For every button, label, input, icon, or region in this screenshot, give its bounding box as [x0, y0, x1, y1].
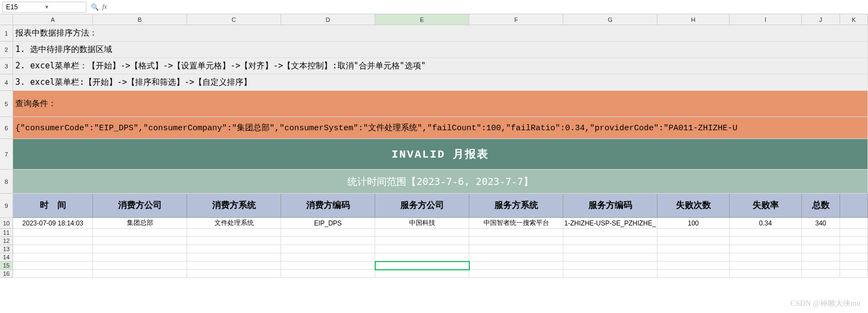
cell[interactable]: [563, 270, 657, 278]
row-header[interactable]: 11: [0, 229, 13, 237]
table-header-cell[interactable]: 时 间: [13, 194, 93, 218]
cell[interactable]: [563, 245, 657, 253]
cell[interactable]: [802, 237, 840, 245]
cell[interactable]: [13, 229, 93, 237]
cell[interactable]: [93, 262, 187, 270]
table-header-cell[interactable]: 失败次数: [657, 194, 730, 218]
column-header[interactable]: J: [802, 14, 840, 25]
cell[interactable]: [840, 253, 868, 262]
cell[interactable]: [657, 237, 730, 245]
column-header[interactable]: B: [93, 14, 187, 25]
cell[interactable]: [93, 253, 187, 262]
formula-input-area[interactable]: 🔍 fx: [91, 3, 107, 11]
row-header[interactable]: 14: [0, 253, 13, 262]
cell[interactable]: [840, 229, 868, 237]
cell[interactable]: [840, 245, 868, 253]
cell[interactable]: [469, 270, 563, 278]
cell[interactable]: [281, 229, 375, 237]
merged-cell[interactable]: INVALID 月报表: [13, 139, 868, 170]
table-data-cell[interactable]: 0.34: [730, 218, 802, 229]
cell[interactable]: [657, 245, 730, 253]
row-header[interactable]: 13: [0, 245, 13, 253]
table-data-cell[interactable]: 中国科技: [375, 218, 469, 229]
cell[interactable]: [187, 270, 281, 278]
cell[interactable]: [281, 245, 375, 253]
cell[interactable]: [469, 245, 563, 253]
cell[interactable]: [281, 253, 375, 262]
cell[interactable]: [93, 270, 187, 278]
column-header[interactable]: E: [375, 14, 469, 25]
row-header[interactable]: 1: [0, 25, 13, 42]
cell[interactable]: [281, 262, 375, 270]
column-header[interactable]: H: [657, 14, 730, 25]
cell[interactable]: [281, 270, 375, 278]
row-header[interactable]: 15: [0, 262, 13, 270]
row-header[interactable]: 2: [0, 42, 13, 58]
name-box[interactable]: E15 ▼: [2, 2, 86, 13]
cell[interactable]: [840, 262, 868, 270]
cell[interactable]: [802, 245, 840, 253]
row-header[interactable]: 12: [0, 237, 13, 245]
column-header[interactable]: I: [730, 14, 802, 25]
cell[interactable]: [730, 262, 802, 270]
row-header[interactable]: 10: [0, 218, 13, 229]
row-header[interactable]: 4: [0, 74, 13, 91]
merged-cell[interactable]: 1. 选中待排序的数据区域: [13, 42, 868, 58]
cell[interactable]: [657, 262, 730, 270]
merged-cell[interactable]: 3. excel菜单栏:【开始】->【排序和筛选】->【自定义排序】: [13, 74, 868, 91]
cell[interactable]: [657, 270, 730, 278]
merged-cell[interactable]: 查询条件：: [13, 91, 868, 117]
table-header-cell[interactable]: 消费方公司: [93, 194, 187, 218]
column-header[interactable]: D: [281, 14, 375, 25]
merged-cell[interactable]: 2. excel菜单栏：【开始】->【格式】->【设置单元格】->【对齐】->【…: [13, 58, 868, 74]
cell[interactable]: [730, 245, 802, 253]
cell[interactable]: [187, 229, 281, 237]
column-header[interactable]: A: [13, 14, 93, 25]
table-data-cell[interactable]: 文件处理系统: [187, 218, 281, 229]
table-header-cell[interactable]: 服务方公司: [375, 194, 469, 218]
merged-cell[interactable]: {"consumerCode":"EIP_DPS","consumerCompa…: [13, 117, 868, 139]
cell[interactable]: [187, 245, 281, 253]
table-header-cell[interactable]: 消费方系统: [187, 194, 281, 218]
active-cell[interactable]: [375, 262, 469, 270]
table-header-cell[interactable]: 消费方编码: [281, 194, 375, 218]
cell[interactable]: [657, 229, 730, 237]
cell[interactable]: [281, 237, 375, 245]
cell[interactable]: [93, 245, 187, 253]
cell[interactable]: [840, 237, 868, 245]
cell[interactable]: [802, 229, 840, 237]
cell[interactable]: [375, 253, 469, 262]
table-data-cell[interactable]: 1-ZHIZHE-USP-SE_PZHIZHE_: [563, 218, 657, 229]
cell[interactable]: [563, 237, 657, 245]
table-header-cell[interactable]: [840, 194, 868, 218]
column-header[interactable]: F: [469, 14, 563, 25]
cell[interactable]: [13, 253, 93, 262]
table-header-cell[interactable]: 服务方系统: [469, 194, 563, 218]
cell[interactable]: [840, 270, 868, 278]
cell[interactable]: [563, 253, 657, 262]
table-header-cell[interactable]: 总数: [802, 194, 840, 218]
table-data-cell[interactable]: [840, 218, 868, 229]
cell[interactable]: [13, 270, 93, 278]
cell[interactable]: [469, 253, 563, 262]
row-header[interactable]: 5: [0, 91, 13, 117]
cell[interactable]: [13, 262, 93, 270]
table-data-cell[interactable]: EIP_DPS: [281, 218, 375, 229]
cell[interactable]: [13, 245, 93, 253]
cell[interactable]: [802, 253, 840, 262]
column-header[interactable]: K: [840, 14, 868, 25]
row-header[interactable]: 3: [0, 58, 13, 74]
cell[interactable]: [375, 237, 469, 245]
merged-cell[interactable]: 报表中数据排序方法：: [13, 25, 868, 42]
select-all-corner[interactable]: [0, 14, 13, 25]
cell[interactable]: [730, 270, 802, 278]
table-data-cell[interactable]: 2023-07-09 18:14:03: [13, 218, 93, 229]
cell[interactable]: [187, 262, 281, 270]
row-header[interactable]: 16: [0, 270, 13, 278]
cell[interactable]: [802, 270, 840, 278]
cell[interactable]: [469, 229, 563, 237]
cell[interactable]: [730, 229, 802, 237]
table-data-cell[interactable]: 中国智者统一搜索平台: [469, 218, 563, 229]
table-data-cell[interactable]: 100: [657, 218, 730, 229]
merged-cell[interactable]: 统计时间范围【2023-7-6, 2023-7-7】: [13, 170, 868, 194]
